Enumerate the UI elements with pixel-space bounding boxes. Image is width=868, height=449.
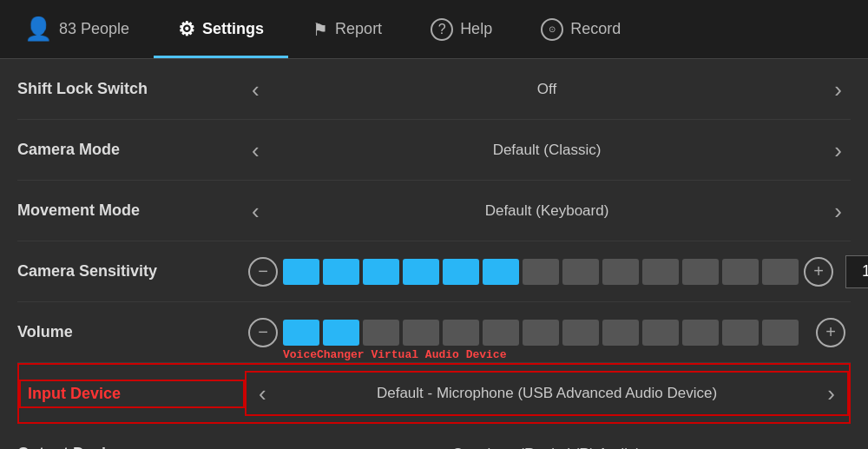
input-device-row: Input Device ‹ Default - Microphone (USB… (17, 363, 851, 424)
output-device-next-button[interactable]: › (825, 443, 851, 450)
volume-label: Volume (17, 323, 243, 341)
slider-block-10[interactable] (642, 259, 679, 285)
slider-block-4[interactable] (403, 259, 439, 285)
slider-block-8[interactable] (562, 259, 599, 285)
camera-sensitivity-increase-button[interactable]: + (804, 257, 833, 287)
camera-mode-prev-button[interactable]: ‹ (243, 139, 268, 162)
shift-lock-control: ‹ Off › (243, 78, 851, 101)
people-icon: 👤 (24, 16, 52, 43)
camera-sensitivity-value: 1 (845, 255, 868, 288)
volume-block-7[interactable] (523, 320, 559, 346)
slider-block-1[interactable] (283, 259, 319, 285)
slider-block-11[interactable] (682, 259, 719, 285)
volume-block-2[interactable] (323, 320, 359, 346)
output-device-prev-button[interactable]: ‹ (243, 443, 268, 450)
volume-slider[interactable]: VoiceChanger Virtual Audio Device (283, 320, 811, 346)
shift-lock-label: Shift Lock Switch (17, 80, 243, 98)
shift-lock-row: Shift Lock Switch ‹ Off › (17, 59, 851, 120)
movement-mode-value: Default (Keyboard) (268, 202, 826, 220)
camera-sensitivity-row: Camera Sensitivity − + 1 (17, 241, 851, 302)
shift-lock-prev-button[interactable]: ‹ (243, 78, 268, 101)
shift-lock-value: Off (268, 81, 826, 98)
help-icon: ? (431, 18, 453, 41)
nav-label-people: 83 People (59, 20, 129, 38)
nav-item-people[interactable]: 👤 83 People (0, 0, 154, 58)
nav-item-record[interactable]: ⊙ Record (516, 0, 645, 58)
volume-increase-button[interactable]: + (816, 318, 845, 347)
volume-block-10[interactable] (642, 320, 679, 346)
volume-tooltip: VoiceChanger Virtual Audio Device (283, 348, 506, 361)
slider-block-3[interactable] (363, 259, 399, 285)
output-device-value: Speakers (Realtek(R) Audio) (268, 446, 826, 450)
volume-block-9[interactable] (602, 320, 639, 346)
output-device-label: Output Device (17, 445, 243, 449)
output-device-control: ‹ Speakers (Realtek(R) Audio) › (243, 443, 851, 450)
slider-block-9[interactable] (602, 259, 639, 285)
camera-sensitivity-slider[interactable] (283, 259, 799, 285)
movement-mode-control: ‹ Default (Keyboard) › (243, 200, 851, 222)
camera-mode-control: ‹ Default (Classic) › (243, 139, 851, 162)
movement-mode-prev-button[interactable]: ‹ (243, 200, 268, 222)
report-icon: ⚑ (312, 19, 328, 40)
camera-mode-label: Camera Mode (17, 141, 243, 159)
slider-block-13[interactable] (762, 259, 799, 285)
volume-block-1[interactable] (283, 320, 319, 346)
input-device-control: ‹ Default - Microphone (USB Advanced Aud… (245, 371, 849, 416)
slider-block-12[interactable] (722, 259, 759, 285)
nav-item-settings[interactable]: ⚙ Settings (154, 0, 288, 58)
camera-mode-next-button[interactable]: › (825, 139, 851, 162)
top-navigation: 👤 83 People ⚙ Settings ⚑ Report ? Help ⊙… (0, 0, 868, 59)
nav-label-report: Report (335, 20, 382, 38)
volume-block-5[interactable] (443, 320, 479, 346)
camera-sensitivity-control: − + 1 (243, 255, 868, 288)
volume-block-12[interactable] (722, 320, 759, 346)
output-device-row: Output Device ‹ Speakers (Realtek(R) Aud… (17, 424, 851, 449)
volume-row: Volume − VoiceChanger Virtual Audio Devi… (17, 302, 851, 363)
slider-block-6[interactable] (483, 259, 519, 285)
camera-sensitivity-label: Camera Sensitivity (17, 262, 243, 281)
camera-mode-row: Camera Mode ‹ Default (Classic) › (17, 120, 851, 181)
camera-sensitivity-decrease-button[interactable]: − (248, 257, 278, 287)
slider-block-5[interactable] (443, 259, 479, 285)
volume-block-8[interactable] (562, 320, 599, 346)
input-device-prev-button[interactable]: ‹ (250, 382, 275, 405)
slider-block-7[interactable] (523, 259, 559, 285)
volume-decrease-button[interactable]: − (248, 318, 278, 347)
settings-icon: ⚙ (178, 18, 195, 41)
record-icon: ⊙ (541, 18, 563, 41)
volume-block-11[interactable] (682, 320, 719, 346)
volume-block-4[interactable] (403, 320, 439, 346)
volume-control: − VoiceChanger Virtual Audio Device + (243, 318, 851, 347)
movement-mode-label: Movement Mode (17, 201, 243, 220)
movement-mode-next-button[interactable]: › (825, 200, 851, 222)
nav-label-record: Record (570, 20, 621, 38)
camera-mode-value: Default (Classic) (268, 142, 826, 159)
shift-lock-next-button[interactable]: › (825, 78, 851, 101)
input-device-value: Default - Microphone (USB Advanced Audio… (275, 385, 819, 402)
volume-block-6[interactable] (483, 320, 519, 346)
input-device-next-button[interactable]: › (819, 382, 844, 405)
nav-label-settings: Settings (202, 20, 264, 38)
nav-item-report[interactable]: ⚑ Report (288, 0, 406, 58)
movement-mode-row: Movement Mode ‹ Default (Keyboard) › (17, 181, 851, 241)
slider-block-2[interactable] (323, 259, 359, 285)
settings-panel: Shift Lock Switch ‹ Off › Camera Mode ‹ … (0, 59, 868, 449)
volume-block-13[interactable] (762, 320, 799, 346)
input-device-label: Input Device (19, 380, 245, 408)
volume-block-3[interactable] (363, 320, 399, 346)
nav-label-help: Help (460, 20, 492, 38)
nav-item-help[interactable]: ? Help (406, 0, 516, 58)
